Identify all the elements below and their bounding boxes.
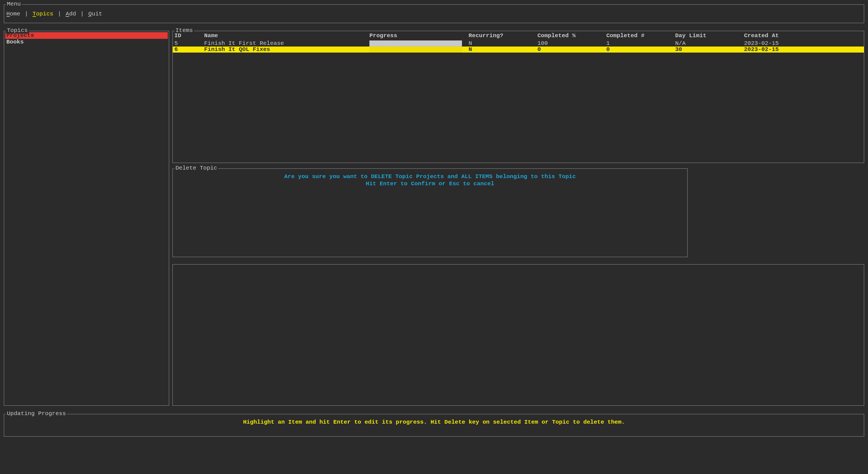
cell: Finish It QOL Fixes	[204, 46, 369, 53]
col-name: Name	[204, 33, 369, 39]
topic-row[interactable]: Projects	[5, 32, 168, 39]
delete-topic-dialog[interactable]: Delete Topic Are you sure you want to DE…	[173, 168, 688, 257]
cell: 30	[675, 46, 744, 53]
cell: 0	[606, 46, 675, 53]
topics-box: Topics ProjectsBooks	[4, 31, 169, 406]
topic-row[interactable]: Books	[5, 39, 168, 45]
col-recurring: Recurring?	[469, 33, 537, 39]
progress-bar	[369, 46, 462, 53]
cell: 2023-02-15	[744, 46, 863, 53]
status-title: Updating Progress	[6, 411, 67, 417]
cell: 6	[174, 46, 204, 53]
cell: Finish It First Release	[204, 40, 369, 46]
items-box-lower	[173, 264, 864, 406]
delete-topic-line2: Hit Enter to Confirm or Esc to cancel	[174, 181, 686, 187]
cell: N	[469, 46, 537, 53]
right-column: Items ID Name Progress Recurring? Comple…	[173, 31, 864, 406]
menu-item-topics[interactable]: Topics	[32, 11, 54, 17]
col-completed-pct: Completed %	[537, 33, 606, 39]
menu-content: Home|Topics|Add|Quit	[4, 5, 864, 23]
table-row[interactable]: 6Finish It QOL FixesN00302023-02-15	[173, 46, 864, 53]
col-created-at: Created At	[744, 33, 863, 39]
progress-cell	[369, 40, 469, 46]
items-box: Items ID Name Progress Recurring? Comple…	[173, 31, 864, 163]
col-day-limit: Day Limit	[675, 33, 744, 39]
col-completed-cnt: Completed #	[606, 33, 675, 39]
cell: 1	[606, 40, 675, 46]
progress-bar	[369, 40, 462, 46]
delete-topic-content: Are you sure you want to DELETE Topic Pr…	[173, 169, 687, 190]
status-text: Highlight an Item and hit Enter to edit …	[4, 414, 864, 427]
cell: 100	[537, 40, 606, 46]
menu-separator: |	[25, 11, 28, 17]
delete-topic-line1: Are you sure you want to DELETE Topic Pr…	[174, 174, 686, 180]
menu-item-add[interactable]: Add	[66, 11, 76, 17]
cell: 2023-02-15	[744, 40, 863, 46]
cell: 0	[537, 46, 606, 53]
cell: N/A	[675, 40, 744, 46]
status-box: Updating Progress Highlight an Item and …	[4, 414, 864, 437]
items-rows: 5Finish It First ReleaseN1001N/A2023-02-…	[173, 40, 864, 53]
topics-title: Topics	[6, 28, 29, 34]
cell: 5	[174, 40, 204, 46]
menu-item-home[interactable]: Home	[6, 11, 20, 17]
main-row: Topics ProjectsBooks Items ID Name Progr…	[4, 31, 864, 406]
menu-title: Menu	[6, 1, 22, 7]
topics-list: ProjectsBooks	[4, 31, 169, 46]
cell: N	[469, 40, 537, 46]
items-title: Items	[174, 28, 194, 34]
menu-separator: |	[81, 11, 84, 17]
col-progress: Progress	[369, 33, 469, 39]
items-header-row: ID Name Progress Recurring? Completed % …	[173, 31, 864, 40]
menu-item-quit[interactable]: Quit	[88, 11, 102, 17]
items-content: ID Name Progress Recurring? Completed % …	[173, 31, 864, 53]
progress-cell	[369, 46, 469, 53]
delete-topic-title: Delete Topic	[174, 165, 218, 171]
menu-separator: |	[58, 11, 61, 17]
table-row[interactable]: 5Finish It First ReleaseN1001N/A2023-02-…	[173, 40, 864, 46]
menu-box: Menu Home|Topics|Add|Quit	[4, 4, 864, 23]
